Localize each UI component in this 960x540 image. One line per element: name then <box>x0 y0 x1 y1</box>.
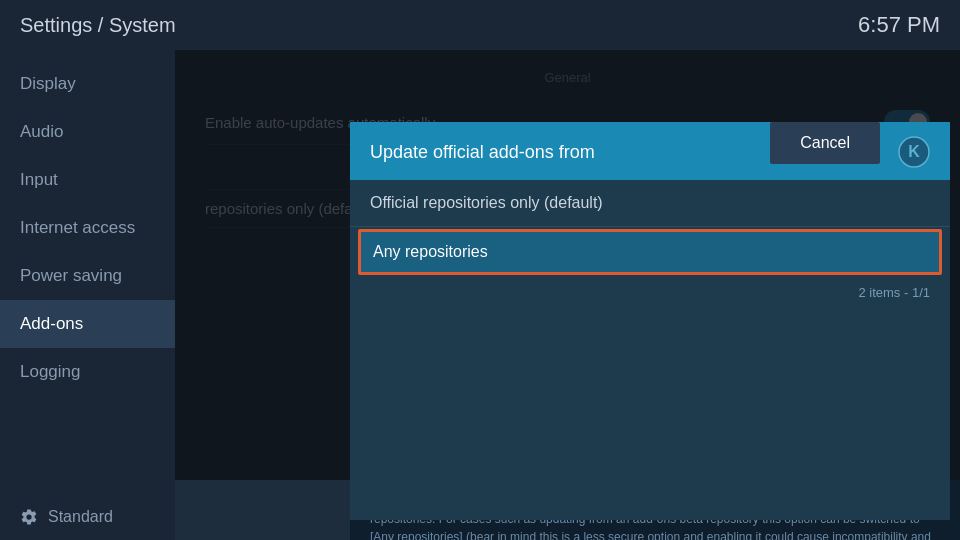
cancel-button[interactable]: Cancel <box>770 122 880 164</box>
sidebar-item-display[interactable]: Display <box>0 60 175 108</box>
page-title: Settings / System <box>20 14 176 37</box>
dialog-title: Update official add-ons from <box>370 142 595 163</box>
sidebar-item-internet-access[interactable]: Internet access <box>0 204 175 252</box>
sidebar-item-power-saving[interactable]: Power saving <box>0 252 175 300</box>
sidebar-footer: Standard <box>0 494 175 540</box>
sidebar: Display Audio Input Internet access Powe… <box>0 50 175 540</box>
dialog: Update official add-ons from K Official … <box>350 122 950 520</box>
sidebar-item-audio[interactable]: Audio <box>0 108 175 156</box>
main-layout: Display Audio Input Internet access Powe… <box>0 50 960 540</box>
sidebar-item-input[interactable]: Input <box>0 156 175 204</box>
gear-icon <box>20 508 38 526</box>
content-area: General Enable auto-updates automaticall… <box>175 50 960 540</box>
option-official-repositories[interactable]: Official repositories only (default) <box>350 180 950 227</box>
svg-text:K: K <box>908 143 920 160</box>
sidebar-item-logging[interactable]: Logging <box>0 348 175 396</box>
sidebar-item-add-ons[interactable]: Add-ons <box>0 300 175 348</box>
header: Settings / System 6:57 PM <box>0 0 960 50</box>
kodi-logo-icon: K <box>898 136 930 168</box>
sidebar-footer-label: Standard <box>48 508 113 526</box>
items-count: 2 items - 1/1 <box>350 277 950 308</box>
dialog-body: Official repositories only (default) Any… <box>350 180 950 520</box>
clock: 6:57 PM <box>858 12 940 38</box>
option-any-repositories[interactable]: Any repositories <box>358 229 942 275</box>
